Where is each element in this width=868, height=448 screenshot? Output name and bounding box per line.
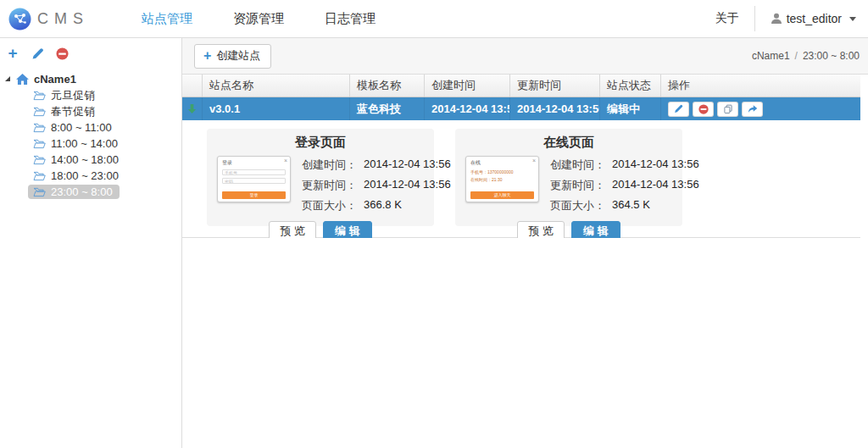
remove-node-button[interactable] bbox=[55, 47, 69, 60]
breadcrumb-page: 23:00 ~ 8:00 bbox=[803, 50, 860, 62]
breadcrumb-separator: / bbox=[795, 50, 798, 62]
column-expander bbox=[182, 75, 203, 97]
tree-item-23-8[interactable]: 23:00 ~ 8:00 bbox=[0, 184, 181, 200]
thumb-input-password: 密码 bbox=[222, 178, 286, 184]
plus-icon: + bbox=[203, 51, 211, 61]
cms-app: CMS 站点管理 资源管理 日志管理 关于 test_editor bbox=[0, 0, 868, 448]
tree-item-springfestival-promo[interactable]: 春节促销 bbox=[0, 103, 181, 119]
close-icon: × bbox=[284, 158, 287, 163]
cell-actions bbox=[661, 97, 860, 120]
breadcrumb-site: cName1 bbox=[752, 50, 790, 62]
updated-label: 更新时间： bbox=[550, 178, 605, 193]
tree-item-8-11[interactable]: 8:00 ~ 11:00 bbox=[0, 119, 181, 136]
size-label: 页面大小： bbox=[550, 198, 605, 213]
user-name: test_editor bbox=[787, 12, 842, 25]
minus-circle-icon bbox=[56, 47, 69, 60]
row-actions bbox=[668, 102, 763, 117]
tree-item-14-18[interactable]: 14:00 ~ 18:00 bbox=[0, 152, 181, 168]
column-template-name: 模板名称 bbox=[350, 75, 425, 97]
site-table: 站点名称 模板名称 创建时间 更新时间 站点状态 操作 v3.0.1 蓝色科技 … bbox=[182, 75, 860, 238]
pencil-icon bbox=[674, 104, 683, 113]
tree-toolbar: + bbox=[0, 38, 181, 69]
thumb-login-button: 登录 bbox=[222, 191, 286, 199]
row-detail-panel: 登录页面 登录 × 手机号 密码 登录 创建时间：2014-12-04 13:5… bbox=[182, 120, 860, 238]
edit-node-button[interactable] bbox=[31, 47, 44, 60]
updated-label: 更新时间： bbox=[302, 178, 357, 193]
forward-arrow-icon bbox=[748, 104, 758, 114]
minus-circle-icon bbox=[698, 104, 709, 114]
plus-icon: + bbox=[8, 47, 17, 59]
app-logo: CMS bbox=[8, 8, 89, 30]
content-area: + cName1 bbox=[0, 38, 868, 448]
navbar-divider bbox=[754, 6, 755, 31]
page-card-title: 登录页面 bbox=[217, 135, 424, 151]
folder-open-icon bbox=[33, 139, 46, 149]
chevron-down-icon bbox=[849, 17, 856, 21]
folder-open-icon bbox=[33, 187, 46, 197]
size-value: 366.8 K bbox=[364, 198, 402, 213]
sidebar: + cName1 bbox=[0, 38, 182, 448]
nav-item-resource-management[interactable]: 资源管理 bbox=[213, 0, 304, 37]
cell-site-name: v3.0.1 bbox=[203, 97, 350, 120]
cell-created-at: 2014-12-04 13:56 bbox=[425, 97, 510, 120]
column-status: 站点状态 bbox=[600, 75, 661, 97]
cell-template-name: 蓝色科技 bbox=[350, 97, 425, 120]
site-tree: cName1 元旦促销 春节促销 bbox=[0, 69, 181, 200]
created-label: 创建时间： bbox=[550, 158, 605, 173]
page-card-login: 登录页面 登录 × 手机号 密码 登录 创建时间：2014-12-04 13:5… bbox=[207, 129, 434, 226]
online-page-thumbnail: 在线 × 手机号：13700000000 在线时间：21:30 进入聊天 bbox=[465, 156, 539, 202]
user-icon bbox=[771, 13, 782, 25]
row-expander[interactable] bbox=[182, 97, 203, 120]
arrow-down-green-icon bbox=[187, 103, 197, 114]
nav-item-site-management[interactable]: 站点管理 bbox=[121, 0, 213, 37]
nav-item-log-management[interactable]: 日志管理 bbox=[304, 0, 396, 37]
folder-open-icon bbox=[33, 171, 46, 181]
column-actions: 操作 bbox=[661, 75, 860, 97]
tree-item-newyear-promo[interactable]: 元旦促销 bbox=[0, 87, 181, 103]
home-icon bbox=[16, 74, 29, 85]
globe-network-logo-icon bbox=[8, 8, 31, 30]
copy-icon bbox=[723, 104, 733, 114]
thumb-title: 登录 bbox=[222, 159, 286, 167]
thumb-enter-button: 进入聊天 bbox=[470, 191, 534, 199]
created-value: 2014-12-04 13:56 bbox=[364, 158, 451, 173]
edit-site-button[interactable] bbox=[668, 102, 689, 117]
cell-status: 编辑中 bbox=[600, 97, 661, 120]
create-site-button[interactable]: + 创建站点 bbox=[194, 44, 271, 69]
page-info: 创建时间：2014-12-04 13:56 更新时间：2014-12-04 13… bbox=[302, 156, 451, 213]
size-label: 页面大小： bbox=[302, 198, 357, 213]
add-node-button[interactable]: + bbox=[6, 47, 19, 60]
login-page-thumbnail: 登录 × 手机号 密码 登录 bbox=[217, 156, 291, 202]
publish-site-button[interactable] bbox=[742, 102, 763, 117]
empty-content-space bbox=[182, 238, 868, 448]
about-link[interactable]: 关于 bbox=[715, 11, 739, 26]
tree-item-18-23[interactable]: 18:00 ~ 23:00 bbox=[0, 168, 181, 184]
folder-open-icon bbox=[33, 91, 46, 101]
delete-site-button[interactable] bbox=[693, 102, 714, 117]
page-card-title: 在线页面 bbox=[465, 135, 672, 151]
page-card-online: 在线页面 在线 × 手机号：13700000000 在线时间：21:30 进入聊… bbox=[455, 129, 682, 226]
breadcrumb: cName1 / 23:00 ~ 8:00 bbox=[752, 50, 860, 62]
folder-open-icon bbox=[33, 107, 46, 117]
main-toolbar: + 创建站点 cName1 / 23:00 ~ 8:00 bbox=[182, 38, 868, 75]
table-header-row: 站点名称 模板名称 创建时间 更新时间 站点状态 操作 bbox=[182, 75, 860, 97]
updated-value: 2014-12-04 13:56 bbox=[612, 178, 699, 193]
user-menu[interactable]: test_editor bbox=[771, 12, 856, 25]
created-value: 2014-12-04 13:56 bbox=[612, 158, 699, 173]
updated-value: 2014-12-04 13:56 bbox=[364, 178, 451, 193]
copy-site-button[interactable] bbox=[717, 102, 738, 117]
tree-root-cname1[interactable]: cName1 bbox=[0, 70, 181, 87]
cell-updated-at: 2014-12-04 13:56 bbox=[510, 97, 600, 120]
main-panel: + 创建站点 cName1 / 23:00 ~ 8:00 站点名称 模板名称 创… bbox=[182, 38, 868, 448]
tree-root-label: cName1 bbox=[34, 73, 76, 86]
column-created-at: 创建时间 bbox=[425, 75, 510, 97]
top-navbar: CMS 站点管理 资源管理 日志管理 关于 test_editor bbox=[0, 0, 868, 38]
thumb-time-line: 在线时间：21:30 bbox=[470, 177, 534, 182]
table-row-selected[interactable]: v3.0.1 蓝色科技 2014-12-04 13:56 2014-12-04 … bbox=[182, 97, 860, 120]
tree-item-11-14[interactable]: 11:00 ~ 14:00 bbox=[0, 136, 181, 152]
size-value: 364.5 K bbox=[612, 198, 650, 213]
main-nav: 站点管理 资源管理 日志管理 bbox=[121, 0, 396, 37]
navbar-right: 关于 test_editor bbox=[715, 6, 868, 31]
thumb-input-phone: 手机号 bbox=[222, 169, 286, 175]
thumb-phone-line: 手机号：13700000000 bbox=[470, 169, 534, 174]
